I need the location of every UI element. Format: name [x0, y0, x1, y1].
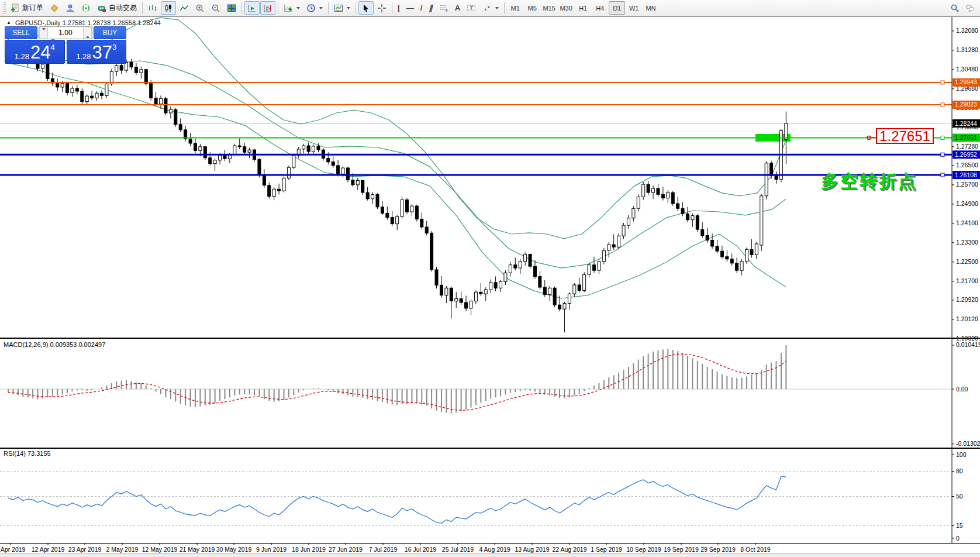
vertical-line-tool-button[interactable]: |	[395, 1, 403, 15]
zoom-in-button[interactable]	[192, 1, 208, 15]
label-tool-button[interactable]: T	[464, 1, 479, 15]
svg-text:0: 0	[956, 535, 960, 542]
svg-text:1.20120: 1.20120	[956, 315, 978, 322]
bar-chart-button[interactable]	[145, 1, 160, 15]
buy-price[interactable]: 1.28373	[67, 40, 127, 64]
buy-price-prefix: 1.28	[76, 52, 91, 61]
fibonacci-icon: F	[439, 4, 448, 13]
zoom-in-icon	[195, 4, 205, 13]
sell-price-pip: 4	[51, 43, 55, 51]
svg-text:80: 80	[956, 467, 963, 475]
chart-shift-icon	[263, 4, 272, 13]
candle-chart-icon	[164, 4, 173, 13]
new-order-button[interactable]: 新订单	[8, 1, 46, 15]
search-button[interactable]	[947, 1, 962, 15]
gold-document-icon	[50, 4, 59, 13]
svg-text:25 Jul 2019: 25 Jul 2019	[442, 546, 474, 553]
trade-panel-quotes: 1.28244 1.28373	[5, 40, 126, 64]
tile-windows-button[interactable]	[224, 1, 239, 15]
add-indicator-button[interactable]	[281, 1, 303, 15]
cursor-tool-button[interactable]	[358, 1, 374, 15]
period-caret-icon	[319, 7, 323, 9]
pivot-annotation[interactable]: 多空转折点	[821, 170, 917, 194]
svg-text:18 Jun 2019: 18 Jun 2019	[292, 546, 326, 553]
chart-symbol-title: GBPUSD-,Daily 1.27581 1.28738 1.26558 1.…	[15, 19, 161, 26]
svg-text:1.25700: 1.25700	[956, 181, 978, 188]
svg-text:0.010419: 0.010419	[956, 341, 980, 348]
period-button[interactable]	[303, 1, 326, 15]
trendline-icon: /	[420, 4, 423, 12]
tab-w1[interactable]: W1	[626, 1, 642, 15]
tab-mn[interactable]: MN	[643, 1, 659, 15]
mt5-window: 新订单 自动交易	[0, 0, 980, 557]
svg-text:21 May 2019: 21 May 2019	[180, 546, 215, 553]
toolbar-separator	[328, 2, 329, 14]
svg-text:12 Apr 2019: 12 Apr 2019	[32, 546, 65, 553]
auto-scroll-button[interactable]	[244, 1, 260, 15]
chart-window-button[interactable]	[47, 1, 62, 15]
tab-m15[interactable]: M15	[541, 1, 557, 15]
bar-chart-icon	[148, 4, 157, 13]
auto-scroll-icon	[247, 4, 257, 13]
svg-text:27 Jun 2019: 27 Jun 2019	[329, 546, 363, 553]
crosshair-icon	[377, 4, 387, 13]
svg-text:9 Jun 2019: 9 Jun 2019	[256, 546, 287, 553]
price-level-callout[interactable]: 1.27651	[876, 128, 934, 144]
algo-trading-label: 自动交易	[109, 3, 137, 13]
svg-text:1.21700: 1.21700	[956, 277, 978, 284]
trade-panel-header: SELL BUY	[5, 26, 126, 39]
crosshair-tool-button[interactable]	[374, 1, 389, 15]
tab-h1[interactable]: H1	[575, 1, 591, 15]
horizontal-line-tool-button[interactable]: —	[403, 1, 417, 15]
svg-text:1 Sep 2019: 1 Sep 2019	[591, 546, 622, 553]
line-chart-button[interactable]	[177, 1, 192, 15]
svg-text:30 May 2019: 30 May 2019	[216, 546, 252, 553]
text-tool-button[interactable]: A	[452, 1, 463, 15]
clock-icon	[306, 4, 316, 13]
add-indicator-icon	[284, 4, 293, 13]
svg-text:12 May 2019: 12 May 2019	[142, 546, 178, 553]
candle-chart-button[interactable]	[161, 1, 176, 15]
volume-increase-button[interactable]	[83, 27, 92, 39]
rsi-pane-label: RSI(14) 73.3155	[4, 450, 51, 457]
volume-decrease-button[interactable]	[39, 27, 48, 39]
signals-button[interactable]	[78, 1, 94, 15]
tab-m5[interactable]: M5	[524, 1, 540, 15]
buy-button[interactable]: BUY	[94, 26, 126, 39]
svg-text:29 Sep 2019: 29 Sep 2019	[701, 546, 736, 553]
zoom-out-button[interactable]	[208, 1, 223, 15]
toolbar-separator	[241, 2, 242, 14]
svg-text:22 Aug 2019: 22 Aug 2019	[553, 546, 587, 553]
svg-text:1.27280: 1.27280	[956, 143, 978, 150]
chart-canvas[interactable]: 1.320801.312801.304801.296801.288801.280…	[0, 16, 980, 557]
text-tool-icon: A	[455, 4, 460, 12]
spin-up-icon	[86, 30, 89, 38]
sell-price[interactable]: 1.28244	[5, 40, 65, 64]
svg-text:19 Sep 2019: 19 Sep 2019	[664, 546, 699, 553]
svg-text:50: 50	[956, 493, 963, 500]
profile-button[interactable]	[63, 1, 78, 15]
algo-trading-button[interactable]: 自动交易	[94, 1, 140, 15]
sell-button[interactable]: SELL	[5, 26, 37, 39]
svg-text:100: 100	[956, 451, 967, 458]
arrows-tool-button[interactable]	[479, 1, 502, 15]
svg-text:1.29023: 1.29023	[955, 101, 977, 108]
profile-icon	[65, 4, 75, 13]
channel-tool-button[interactable]: ∥	[426, 1, 436, 15]
toolbar-grip	[4, 2, 6, 14]
new-order-icon	[11, 4, 20, 13]
tab-m30[interactable]: M30	[558, 1, 574, 15]
fibonacci-tool-button[interactable]: F	[436, 1, 451, 15]
tab-d1[interactable]: D1	[609, 1, 625, 15]
chat-button[interactable]	[962, 1, 978, 15]
chart-shift-button[interactable]	[260, 1, 275, 15]
toolbar-separator	[278, 2, 278, 14]
volume-input[interactable]	[48, 27, 83, 39]
trendline-tool-button[interactable]: /	[417, 1, 426, 15]
template-button[interactable]	[331, 1, 353, 15]
panel-collapse-toggle[interactable]: ▲	[6, 20, 11, 25]
svg-text:T: T	[470, 5, 474, 11]
tab-m1[interactable]: M1	[507, 1, 523, 15]
signal-icon	[81, 4, 91, 13]
tab-h4[interactable]: H4	[592, 1, 608, 15]
